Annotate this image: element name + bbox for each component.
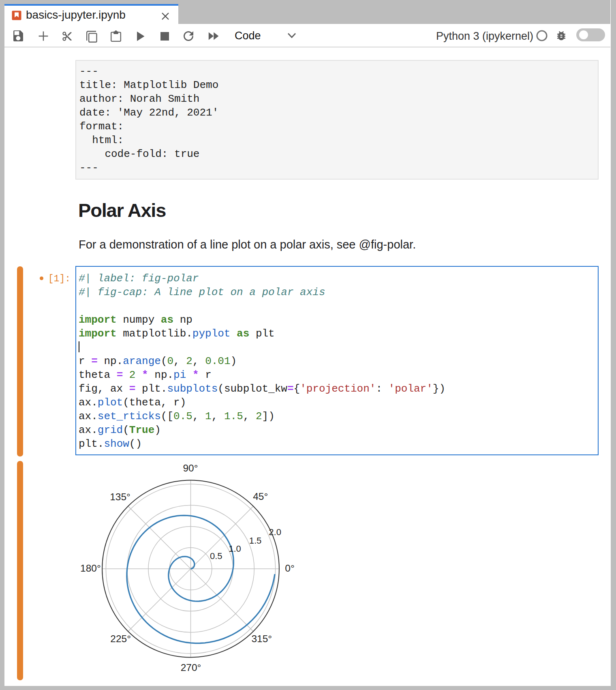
svg-text:315°: 315° bbox=[251, 633, 272, 644]
svg-text:0.5: 0.5 bbox=[210, 551, 222, 561]
svg-text:180°: 180° bbox=[80, 563, 101, 574]
svg-text:90°: 90° bbox=[183, 463, 198, 474]
svg-text:1.0: 1.0 bbox=[229, 544, 241, 554]
svg-text:2.0: 2.0 bbox=[269, 527, 281, 537]
svg-text:270°: 270° bbox=[181, 662, 201, 673]
svg-text:225°: 225° bbox=[110, 633, 131, 644]
svg-text:0°: 0° bbox=[285, 563, 294, 574]
svg-text:1.5: 1.5 bbox=[249, 536, 262, 546]
svg-text:45°: 45° bbox=[253, 491, 268, 502]
svg-text:135°: 135° bbox=[110, 491, 130, 502]
